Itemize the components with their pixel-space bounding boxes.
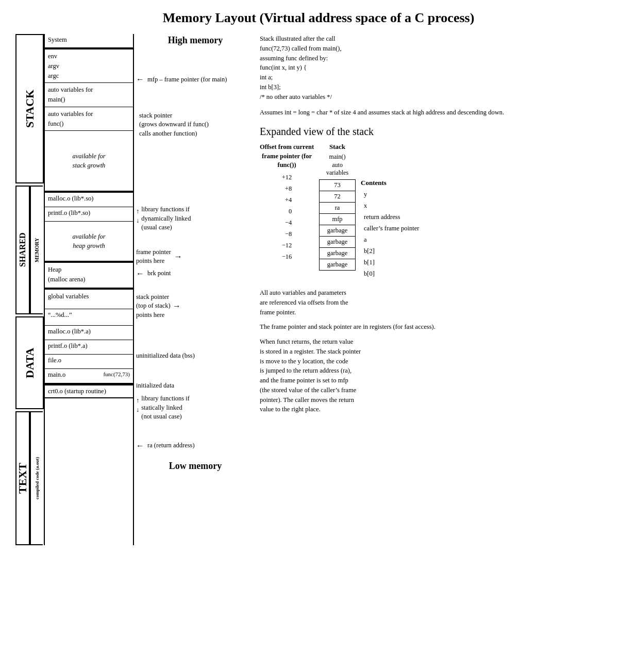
block-auto-func: auto variables forfunc() bbox=[45, 107, 133, 131]
block-avail-heap: available forheap growth bbox=[45, 222, 133, 263]
high-memory-label: High memory bbox=[136, 34, 255, 47]
annotations-area: High memory ← mfp – frame pointer (for m… bbox=[136, 34, 255, 473]
block-crt0: crt0.o (startup routine) bbox=[45, 383, 133, 398]
expanded-title: Expanded view of the stack bbox=[260, 126, 622, 138]
block-auto-main: auto variables formain() bbox=[45, 83, 133, 107]
expanded-view: Expanded view of the stack Offset from c… bbox=[260, 126, 622, 280]
stack-pointer-annotation: stack pointer(grows downward if func()ca… bbox=[136, 111, 255, 139]
block-avail-stack: available forstack growth bbox=[45, 131, 133, 193]
stack-pointer-bottom-annotation: stack pointer(top of stack)points here → bbox=[136, 293, 255, 320]
block-env: envargvargc bbox=[45, 49, 133, 83]
shared-memory-label: SHARED MEMORY bbox=[15, 186, 44, 314]
stack-description: Stack illustrated after the call func(72… bbox=[260, 34, 622, 102]
block-malloc-so: malloc.o (lib*.so) bbox=[45, 193, 133, 207]
ra-annotation: ← ra (return address) bbox=[136, 440, 255, 451]
stack-assumes: Assumes int = long = char * of size 4 an… bbox=[260, 108, 622, 117]
library-dynamic-annotation: ↑ ↓ library functions ifdynamically link… bbox=[136, 205, 255, 232]
memory-column: System envargvargc auto variables formai… bbox=[44, 34, 134, 545]
block-system: System bbox=[45, 34, 133, 49]
library-static-annotation: ↑ ↓ library functions ifstatically linke… bbox=[136, 394, 255, 422]
block-malloc-a: malloc.o (lib*.a) bbox=[45, 326, 133, 340]
block-format-string: “...%d...” bbox=[45, 309, 133, 326]
block-printf-a: printf.o (lib*.a) bbox=[45, 340, 133, 355]
low-memory-label: Low memory bbox=[136, 460, 255, 473]
mfp-annotation: ← mfp – frame pointer (for main) bbox=[136, 74, 255, 85]
block-printf-so: printf.o (lib*.so) bbox=[45, 207, 133, 222]
stack-col1-header: Offset from currentframe pointer (forfun… bbox=[260, 143, 314, 170]
init-data-annotation: initialized data bbox=[136, 381, 255, 391]
page-title: Memory Layout (Virtual address space of … bbox=[15, 10, 622, 26]
right-panel: Stack illustrated after the call func(72… bbox=[255, 34, 622, 414]
text-label: TEXT compiled code (a.out) bbox=[15, 411, 44, 545]
block-main-o: main.o func(72,73) bbox=[45, 369, 133, 383]
block-global: global variables bbox=[45, 290, 133, 309]
stack-label: STACK bbox=[15, 34, 44, 183]
data-label: DATA bbox=[15, 316, 44, 409]
frame-pointer-annotation: frame pointerpoints here → bbox=[136, 248, 255, 266]
uninit-data-annotation: uninitialized data (bss) bbox=[136, 351, 255, 361]
contents-header: Contents bbox=[361, 143, 419, 187]
brk-point-annotation: ← brk point bbox=[136, 268, 255, 279]
block-heap: Heap(malloc arena) bbox=[45, 263, 133, 290]
block-file-o: file.o bbox=[45, 355, 133, 369]
bottom-notes: All auto variables and parameters are re… bbox=[260, 288, 622, 414]
stack-header: Stack bbox=[319, 143, 356, 151]
